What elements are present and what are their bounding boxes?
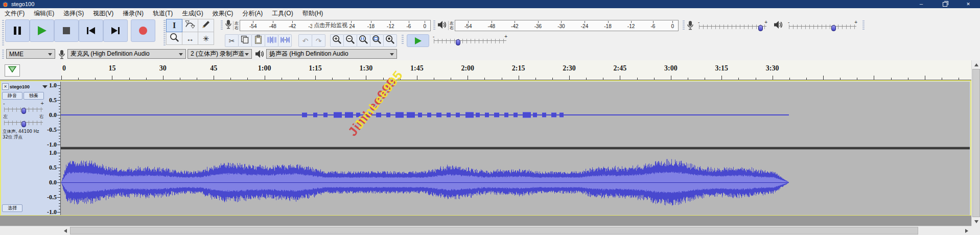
playback-volume-thumb[interactable] <box>831 25 836 31</box>
menu-item[interactable]: 文件(F) <box>0 8 29 18</box>
play-button[interactable] <box>30 19 54 42</box>
meter-scale-label: -36 <box>534 22 542 31</box>
track-close-button[interactable]: ✕ <box>2 83 9 90</box>
recording-volume-slider[interactable]: - + <box>697 20 768 31</box>
skip-to-start-button[interactable] <box>79 19 103 42</box>
waveform-canvas[interactable] <box>60 82 970 215</box>
record-meter-grip[interactable] <box>221 20 223 31</box>
vertical-scrollbar[interactable] <box>971 60 980 226</box>
window-title: stego100 <box>11 0 34 8</box>
menu-item[interactable]: 工具(O) <box>267 8 297 18</box>
mixer-grip[interactable] <box>683 20 685 31</box>
end-grip[interactable] <box>862 20 865 31</box>
gain-thumb[interactable] <box>21 108 26 114</box>
timeline-label: 1:00 <box>258 64 271 73</box>
slider-rail[interactable] <box>699 25 766 29</box>
vertical-ruler[interactable]: 1.00.50.0-0.5-1.01.00.50.0-0.5-1.0 <box>43 82 60 215</box>
toolbar-grip[interactable] <box>2 20 4 45</box>
tools-grip[interactable] <box>164 20 166 45</box>
recording-meter[interactable]: -54-48-42-36-30-24-18-12-60 点击开始监视 <box>240 20 431 31</box>
play-meter-grip[interactable] <box>433 20 435 31</box>
zoom-in-button[interactable] <box>330 34 344 47</box>
playback-volume-slider[interactable]: - + <box>787 20 858 31</box>
scroll-down-button[interactable] <box>972 217 980 226</box>
scrollbar-corner <box>971 226 980 235</box>
play-at-speed-button[interactable] <box>407 34 429 47</box>
minimize-button[interactable]: ─ <box>909 0 933 8</box>
playback-device-select[interactable]: 扬声器 (High Definition Audio <box>266 49 397 59</box>
maximize-button[interactable] <box>933 0 956 8</box>
record-button[interactable] <box>131 19 155 42</box>
stop-button[interactable] <box>54 19 79 42</box>
timeline-ruler[interactable]: 01530451:001:151:301:452:002:152:302:453… <box>61 60 971 80</box>
slider-rail[interactable] <box>434 39 506 43</box>
gain-min-label: - <box>3 101 5 106</box>
scroll-up-button[interactable] <box>972 60 980 69</box>
device-grip[interactable] <box>2 50 4 59</box>
vertical-scroll-thumb[interactable] <box>972 69 980 217</box>
menu-item[interactable]: 帮助(H) <box>298 8 328 18</box>
timeline-pin-button[interactable] <box>5 64 20 77</box>
pan-slider[interactable]: 左 右 <box>2 114 45 127</box>
track-name-dropdown[interactable]: stego100 <box>10 83 48 90</box>
skip-to-end-button[interactable] <box>103 19 128 42</box>
horizontal-scroll-thumb[interactable] <box>70 227 918 234</box>
paste-button[interactable] <box>251 34 265 47</box>
close-button[interactable]: ✕ <box>956 0 980 8</box>
menu-item[interactable]: 分析(A) <box>238 8 267 18</box>
envelope-tool[interactable] <box>182 19 198 32</box>
menu-item[interactable]: 播录(N) <box>118 8 148 18</box>
track-name: stego100 <box>10 84 30 89</box>
recording-meter-toolbar[interactable]: 左 右 -54-48-42-36-30-24-18-12-60 点击开始监视 <box>225 20 431 31</box>
silence-audio-button[interactable] <box>278 34 292 47</box>
pas-grip[interactable] <box>402 35 404 45</box>
timeline-tick <box>721 76 722 80</box>
multi-tool[interactable]: ✳ <box>198 32 214 45</box>
timeline-tick <box>925 76 925 80</box>
fit-project-button[interactable] <box>370 34 384 47</box>
gain-slider[interactable]: - + <box>2 101 45 113</box>
track-select-button[interactable]: 选择 <box>2 204 22 212</box>
cut-button[interactable]: ✂ <box>225 34 239 47</box>
meter-scale-label: 0 <box>671 22 674 31</box>
menu-item[interactable]: 选择(S) <box>59 8 88 18</box>
timeline-tick <box>671 76 671 80</box>
selection-tool[interactable]: I <box>166 19 182 32</box>
trim-audio-button[interactable] <box>265 34 278 47</box>
menu-item[interactable]: 效果(C) <box>208 8 238 18</box>
solo-button[interactable]: 独奏 <box>24 92 44 100</box>
horizontal-scrollbar[interactable] <box>0 226 980 235</box>
mute-button[interactable]: 静音 <box>2 92 22 100</box>
zoom-tool[interactable] <box>166 32 182 45</box>
draw-tool[interactable] <box>198 19 214 32</box>
pause-button[interactable] <box>5 19 30 42</box>
recording-volume-thumb[interactable] <box>758 25 763 31</box>
zoom-toggle-button[interactable] <box>383 34 397 47</box>
recording-channels-select[interactable]: 2 (立体声) 录制声道 <box>188 49 252 59</box>
scroll-right-button[interactable] <box>962 226 971 235</box>
zoom-out-icon <box>345 34 356 47</box>
redo-button[interactable]: ↷ <box>312 34 325 47</box>
fit-selection-button[interactable] <box>357 34 370 47</box>
pause-icon <box>14 27 21 35</box>
zoom-out-button[interactable] <box>343 34 357 47</box>
copy-button[interactable] <box>238 34 252 47</box>
scroll-left-button[interactable] <box>61 226 69 235</box>
undo-button[interactable]: ↶ <box>298 34 312 47</box>
menu-item[interactable]: 视图(V) <box>88 8 118 18</box>
menu-item[interactable]: 生成(G) <box>177 8 207 18</box>
silence-audio-icon <box>280 35 290 47</box>
playback-meter[interactable]: -54-48-42-36-30-24-18-12-60 <box>455 20 679 31</box>
pan-thumb[interactable] <box>21 121 26 127</box>
menu-item[interactable]: 轨道(T) <box>148 8 177 18</box>
vertical-ruler-label: 1.0 <box>49 82 57 89</box>
playback-meter-toolbar[interactable]: 左 右 -54-48-42-36-30-24-18-12-60 <box>437 20 679 31</box>
recording-device-select[interactable]: 麦克风 (High Definition Audio <box>67 49 186 59</box>
slider-rail[interactable] <box>789 25 856 29</box>
play-speed-thumb[interactable] <box>456 39 460 45</box>
menu-item[interactable]: 编辑(E) <box>29 8 59 18</box>
time-shift-tool[interactable]: ↔ <box>182 32 198 45</box>
audio-host-select[interactable]: MME <box>6 49 55 59</box>
play-speed-slider[interactable]: - + <box>432 35 508 45</box>
monitoring-overlay-text[interactable]: 点击开始监视 <box>312 21 349 30</box>
